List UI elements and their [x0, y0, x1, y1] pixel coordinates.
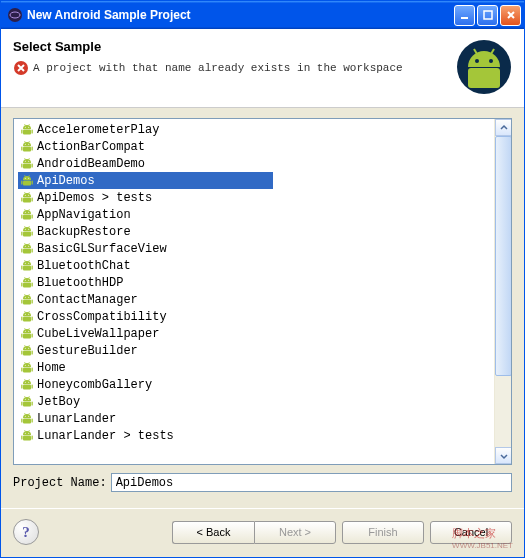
svg-rect-13 [32, 129, 33, 133]
scrollbar[interactable] [494, 119, 511, 464]
android-icon [20, 140, 34, 154]
project-name-row: Project Name: [13, 473, 512, 492]
svg-rect-111 [32, 367, 33, 371]
scroll-up-button[interactable] [495, 119, 512, 136]
svg-point-14 [25, 126, 26, 127]
list-item[interactable]: AccelerometerPlay [18, 121, 494, 138]
svg-point-57 [28, 228, 29, 229]
svg-rect-139 [32, 435, 33, 439]
list-item[interactable]: HoneycombGallery [18, 376, 494, 393]
svg-point-120 [28, 381, 29, 382]
svg-rect-40 [21, 197, 22, 201]
list-item[interactable]: JetBoy [18, 393, 494, 410]
list-item[interactable]: GestureBuilder [18, 342, 494, 359]
svg-line-51 [25, 209, 26, 211]
list-item[interactable]: AppNavigation [18, 206, 494, 223]
svg-rect-39 [23, 197, 31, 202]
svg-line-37 [25, 175, 26, 177]
list-item[interactable]: BluetoothHDP [18, 274, 494, 291]
svg-rect-12 [21, 129, 22, 133]
list-item[interactable]: BackupRestore [18, 223, 494, 240]
list-item[interactable]: ApiDemos [18, 172, 273, 189]
android-icon [20, 327, 34, 341]
list-item-label: ApiDemos > tests [37, 191, 152, 205]
android-icon [20, 276, 34, 290]
svg-point-36 [28, 177, 29, 178]
sample-listbox[interactable]: AccelerometerPlayActionBarCompatAndroidB… [13, 118, 512, 465]
svg-rect-26 [21, 163, 22, 167]
svg-rect-47 [21, 214, 22, 218]
svg-point-56 [25, 228, 26, 229]
list-item-label: ContactManager [37, 293, 138, 307]
list-item[interactable]: Home [18, 359, 494, 376]
titlebar[interactable]: New Android Sample Project [1, 1, 524, 29]
svg-point-77 [25, 279, 26, 280]
finish-button[interactable]: Finish [342, 521, 424, 544]
help-button[interactable]: ? [13, 519, 39, 545]
footer: ? < Back Next > Finish Cancel [1, 509, 524, 557]
svg-point-91 [25, 313, 26, 314]
minimize-button[interactable] [454, 5, 475, 26]
svg-point-113 [28, 364, 29, 365]
list-item[interactable]: CubeLiveWallpaper [18, 325, 494, 342]
svg-point-64 [28, 245, 29, 246]
svg-line-107 [25, 345, 26, 347]
list-item[interactable]: BluetoothChat [18, 257, 494, 274]
svg-line-16 [25, 124, 26, 126]
svg-point-50 [28, 211, 29, 212]
list-item[interactable]: BasicGLSurfaceView [18, 240, 494, 257]
next-button[interactable]: Next > [254, 521, 336, 544]
svg-rect-138 [21, 435, 22, 439]
svg-rect-75 [21, 282, 22, 286]
list-item[interactable]: ActionBarCompat [18, 138, 494, 155]
list-item[interactable]: LunarLander [18, 410, 494, 427]
svg-point-133 [25, 415, 26, 416]
list-item[interactable]: ApiDemos > tests [18, 189, 494, 206]
svg-point-85 [28, 296, 29, 297]
list-item[interactable]: ContactManager [18, 291, 494, 308]
svg-point-140 [25, 432, 26, 433]
scroll-down-button[interactable] [495, 447, 512, 464]
list-item[interactable]: LunarLander > tests [18, 427, 494, 444]
svg-line-86 [25, 294, 26, 296]
cancel-button[interactable]: Cancel [430, 521, 512, 544]
maximize-button[interactable] [477, 5, 498, 26]
android-icon [20, 395, 34, 409]
svg-point-43 [28, 194, 29, 195]
svg-line-101 [29, 328, 30, 330]
android-icon [20, 412, 34, 426]
svg-line-72 [25, 260, 26, 262]
svg-rect-88 [23, 316, 31, 321]
back-button[interactable]: < Back [172, 521, 254, 544]
svg-rect-116 [23, 384, 31, 389]
svg-rect-62 [32, 248, 33, 252]
list-item-label: Home [37, 361, 66, 375]
svg-point-6 [475, 59, 479, 63]
svg-point-15 [28, 126, 29, 127]
svg-rect-69 [32, 265, 33, 269]
svg-rect-109 [23, 367, 31, 372]
android-icon [20, 174, 34, 188]
scroll-thumb[interactable] [495, 136, 512, 376]
svg-rect-97 [32, 333, 33, 337]
svg-rect-48 [32, 214, 33, 218]
content-area: AccelerometerPlayActionBarCompatAndroidB… [1, 108, 524, 502]
svg-point-127 [28, 398, 29, 399]
svg-rect-110 [21, 367, 22, 371]
svg-point-28 [25, 160, 26, 161]
list-item-label: GestureBuilder [37, 344, 138, 358]
list-item[interactable]: AndroidBeamDemo [18, 155, 494, 172]
list-item-label: JetBoy [37, 395, 80, 409]
list-item[interactable]: CrossCompatibility [18, 308, 494, 325]
svg-line-65 [25, 243, 26, 245]
android-icon [20, 208, 34, 222]
svg-line-66 [29, 243, 30, 245]
project-name-input[interactable] [111, 473, 512, 492]
svg-rect-3 [484, 11, 492, 19]
svg-line-79 [25, 277, 26, 279]
svg-point-105 [25, 347, 26, 348]
svg-point-98 [25, 330, 26, 331]
close-button[interactable] [500, 5, 521, 26]
list-item-label: HoneycombGallery [37, 378, 152, 392]
svg-rect-74 [23, 282, 31, 287]
